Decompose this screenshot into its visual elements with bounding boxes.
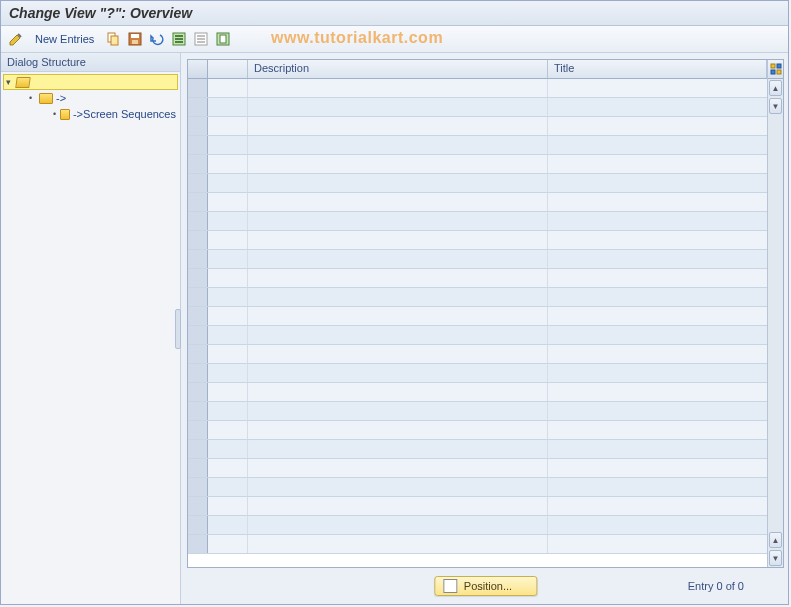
table-row[interactable]	[188, 136, 767, 155]
table-row[interactable]	[188, 98, 767, 117]
cell-description[interactable]	[248, 345, 548, 363]
cell-title[interactable]	[548, 212, 767, 230]
table-row[interactable]	[188, 193, 767, 212]
row-selector[interactable]	[188, 478, 208, 496]
column-title-header[interactable]: Title	[548, 60, 767, 78]
position-button[interactable]: Position...	[434, 576, 537, 596]
new-entries-button[interactable]: New Entries	[29, 31, 100, 47]
row-selector[interactable]	[188, 402, 208, 420]
table-row[interactable]	[188, 440, 767, 459]
table-row[interactable]	[188, 269, 767, 288]
table-row[interactable]	[188, 79, 767, 98]
column-blank-header[interactable]	[208, 60, 248, 78]
cell-title[interactable]	[548, 136, 767, 154]
cell-blank[interactable]	[208, 497, 248, 515]
column-description-header[interactable]: Description	[248, 60, 548, 78]
table-row[interactable]	[188, 402, 767, 421]
cell-title[interactable]	[548, 421, 767, 439]
cell-description[interactable]	[248, 440, 548, 458]
table-row[interactable]	[188, 155, 767, 174]
scroll-down-icon[interactable]: ▼	[769, 98, 782, 114]
cell-description[interactable]	[248, 212, 548, 230]
cell-blank[interactable]	[208, 459, 248, 477]
cell-description[interactable]	[248, 383, 548, 401]
cell-title[interactable]	[548, 459, 767, 477]
cell-blank[interactable]	[208, 269, 248, 287]
cell-description[interactable]	[248, 516, 548, 534]
scroll-track[interactable]	[768, 115, 783, 531]
cell-title[interactable]	[548, 478, 767, 496]
cell-description[interactable]	[248, 307, 548, 325]
table-row[interactable]	[188, 307, 767, 326]
cell-title[interactable]	[548, 193, 767, 211]
row-selector[interactable]	[188, 364, 208, 382]
table-row[interactable]	[188, 117, 767, 136]
cell-blank[interactable]	[208, 364, 248, 382]
table-row[interactable]	[188, 364, 767, 383]
row-selector[interactable]	[188, 440, 208, 458]
cell-title[interactable]	[548, 155, 767, 173]
cell-description[interactable]	[248, 288, 548, 306]
cell-blank[interactable]	[208, 193, 248, 211]
cell-blank[interactable]	[208, 155, 248, 173]
cell-description[interactable]	[248, 250, 548, 268]
cell-blank[interactable]	[208, 440, 248, 458]
print-icon[interactable]	[214, 30, 232, 48]
cell-title[interactable]	[548, 402, 767, 420]
cell-description[interactable]	[248, 136, 548, 154]
deselect-all-icon[interactable]	[192, 30, 210, 48]
undo-icon[interactable]	[148, 30, 166, 48]
cell-description[interactable]	[248, 402, 548, 420]
cell-blank[interactable]	[208, 478, 248, 496]
cell-blank[interactable]	[208, 212, 248, 230]
row-selector[interactable]	[188, 269, 208, 287]
row-selector[interactable]	[188, 288, 208, 306]
cell-title[interactable]	[548, 326, 767, 344]
row-selector[interactable]	[188, 307, 208, 325]
cell-blank[interactable]	[208, 516, 248, 534]
row-selector[interactable]	[188, 326, 208, 344]
cell-title[interactable]	[548, 231, 767, 249]
table-row[interactable]	[188, 174, 767, 193]
cell-description[interactable]	[248, 231, 548, 249]
cell-blank[interactable]	[208, 345, 248, 363]
row-selector[interactable]	[188, 345, 208, 363]
save-icon[interactable]	[126, 30, 144, 48]
cell-description[interactable]	[248, 193, 548, 211]
table-row[interactable]	[188, 535, 767, 554]
cell-title[interactable]	[548, 98, 767, 116]
cell-title[interactable]	[548, 307, 767, 325]
table-row[interactable]	[188, 212, 767, 231]
table-row[interactable]	[188, 459, 767, 478]
cell-title[interactable]	[548, 535, 767, 553]
cell-title[interactable]	[548, 174, 767, 192]
row-selector[interactable]	[188, 516, 208, 534]
cell-title[interactable]	[548, 117, 767, 135]
row-selector[interactable]	[188, 79, 208, 97]
row-selector[interactable]	[188, 421, 208, 439]
cell-blank[interactable]	[208, 136, 248, 154]
row-selector[interactable]	[188, 117, 208, 135]
row-selector[interactable]	[188, 459, 208, 477]
cell-blank[interactable]	[208, 307, 248, 325]
cell-title[interactable]	[548, 79, 767, 97]
cell-blank[interactable]	[208, 535, 248, 553]
cell-description[interactable]	[248, 364, 548, 382]
cell-description[interactable]	[248, 421, 548, 439]
copy-icon[interactable]	[104, 30, 122, 48]
cell-blank[interactable]	[208, 98, 248, 116]
table-row[interactable]	[188, 516, 767, 535]
row-selector[interactable]	[188, 155, 208, 173]
table-row[interactable]	[188, 478, 767, 497]
cell-description[interactable]	[248, 79, 548, 97]
cell-blank[interactable]	[208, 421, 248, 439]
cell-title[interactable]	[548, 269, 767, 287]
cell-blank[interactable]	[208, 288, 248, 306]
table-row[interactable]	[188, 231, 767, 250]
table-row[interactable]	[188, 345, 767, 364]
select-all-icon[interactable]	[170, 30, 188, 48]
cell-blank[interactable]	[208, 231, 248, 249]
row-selector[interactable]	[188, 136, 208, 154]
table-row[interactable]	[188, 288, 767, 307]
cell-title[interactable]	[548, 364, 767, 382]
